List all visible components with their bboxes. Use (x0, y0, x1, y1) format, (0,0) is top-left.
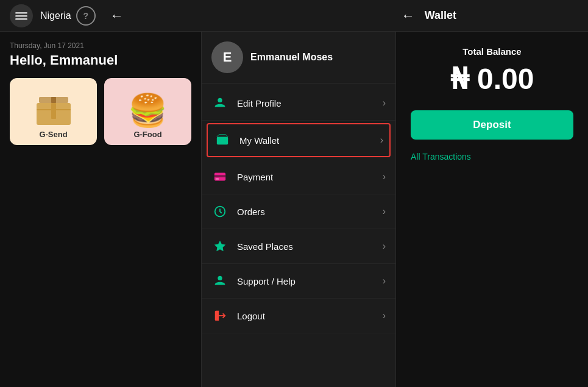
service-cards: G-Send 🍔 G-Food (10, 78, 191, 145)
nav-country-title: Nigeria (40, 10, 71, 21)
total-balance-label: Total Balance (411, 46, 573, 57)
all-transactions-link[interactable]: All Transactions (411, 152, 573, 162)
clock-icon (211, 203, 228, 220)
chevron-right-icon: › (383, 275, 386, 286)
right-panel: Total Balance ₦ 0.00 Deposit All Transac… (396, 32, 588, 387)
svg-rect-0 (15, 12, 27, 13)
card-icon (211, 168, 228, 185)
chevron-right-icon: › (383, 206, 386, 217)
gfood-card[interactable]: 🍔 G-Food (104, 78, 191, 145)
greeting-label: Hello, Emmanuel (10, 52, 191, 68)
menu-item-edit-profile[interactable]: Edit Profile › (202, 86, 395, 121)
menu-item-saved-places[interactable]: Saved Places › (202, 229, 395, 264)
wallet-icon (214, 132, 231, 149)
svg-point-8 (218, 98, 222, 102)
wallet-back-button[interactable]: ← (402, 8, 415, 24)
svg-rect-7 (51, 103, 56, 119)
gsend-box-icon (34, 96, 73, 127)
menu-icon (15, 10, 27, 22)
gsend-label: G-Send (39, 130, 67, 139)
back-button-main[interactable]: ← (110, 8, 124, 24)
svg-rect-9 (217, 137, 228, 145)
top-nav: Nigeria ? ← ← Wallet (0, 0, 588, 32)
svg-rect-13 (216, 179, 219, 180)
saved-places-label: Saved Places (237, 241, 383, 252)
gfood-label: G-Food (133, 130, 161, 139)
user-avatar: E (211, 41, 243, 73)
chevron-right-icon: › (383, 310, 386, 321)
orders-label: Orders (237, 207, 383, 217)
menu-item-my-wallet[interactable]: My Wallet › (207, 123, 391, 157)
menu-item-logout[interactable]: Logout › (202, 299, 395, 333)
help-button[interactable]: ? (76, 6, 96, 26)
svg-point-10 (224, 140, 226, 142)
deposit-button[interactable]: Deposit (411, 110, 573, 140)
chevron-right-icon: › (383, 171, 386, 182)
star-icon (211, 238, 228, 255)
wallet-nav-title: Wallet (425, 9, 456, 22)
chevron-right-icon: › (383, 241, 386, 252)
chevron-right-icon: › (380, 135, 383, 146)
menu-list: Edit Profile › My Wallet › Payment › (202, 83, 395, 387)
support-icon (211, 272, 228, 289)
menu-item-support[interactable]: Support / Help › (202, 264, 395, 299)
user-header: E Emmanuel Moses (202, 32, 395, 83)
svg-rect-1 (15, 15, 27, 16)
user-name: Emmanuel Moses (250, 52, 333, 63)
person-icon (211, 94, 228, 112)
logout-icon (211, 307, 228, 324)
svg-marker-15 (214, 241, 225, 251)
gsend-card[interactable]: G-Send (10, 78, 97, 145)
support-label: Support / Help (237, 276, 383, 286)
svg-point-16 (218, 276, 222, 280)
svg-rect-12 (214, 175, 225, 177)
gfood-emoji-icon: 🍔 (128, 94, 168, 126)
logout-label: Logout (237, 311, 383, 321)
edit-profile-label: Edit Profile (237, 98, 383, 108)
date-label: Thursday, Jun 17 2021 (10, 41, 191, 50)
main-content: Thursday, Jun 17 2021 Hello, Emmanuel (0, 32, 588, 387)
payment-label: Payment (237, 172, 383, 182)
menu-item-payment[interactable]: Payment › (202, 160, 395, 194)
menu-button[interactable] (10, 4, 33, 27)
wallet-balance-amount: ₦ 0.00 (411, 62, 573, 96)
chevron-right-icon: › (383, 98, 386, 108)
middle-panel: E Emmanuel Moses Edit Profile › My Walle… (201, 32, 396, 387)
svg-rect-2 (15, 18, 27, 20)
menu-item-orders[interactable]: Orders › (202, 194, 395, 229)
left-panel: Thursday, Jun 17 2021 Hello, Emmanuel (0, 32, 201, 387)
svg-rect-4 (51, 97, 56, 103)
my-wallet-label: My Wallet (239, 135, 380, 146)
